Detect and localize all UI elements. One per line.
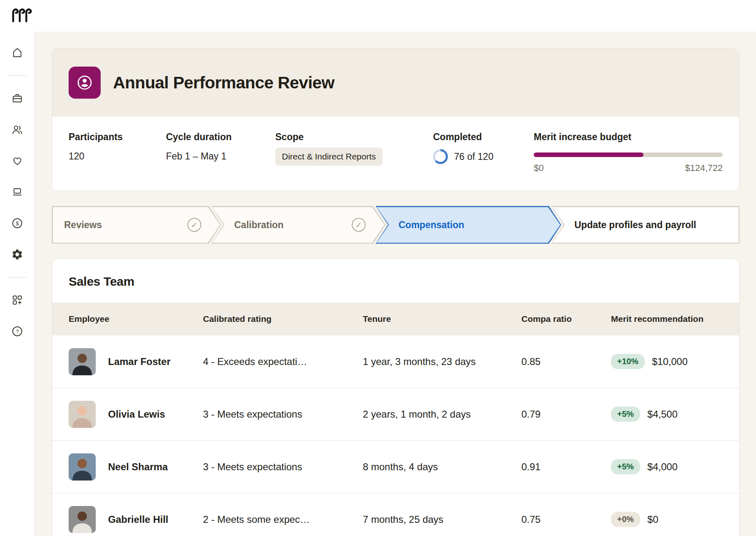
- completed-value: 76 of 120: [454, 151, 493, 162]
- merit-amount: $4,500: [648, 409, 678, 420]
- stat-value: Feb 1 – May 1: [166, 151, 275, 162]
- stat-label: Completed: [433, 132, 534, 143]
- step-calibration[interactable]: Calibration ✓: [211, 206, 385, 244]
- check-icon: ✓: [352, 218, 366, 232]
- performance-review-icon: [69, 67, 101, 99]
- employee-name: Olivia Lewis: [108, 409, 165, 420]
- main-content: Annual Performance Review Participants 1…: [35, 32, 756, 536]
- merit-percent-badge: +10%: [611, 354, 645, 369]
- table-row[interactable]: Lamar Foster 4 - Exceeds expectati… 1 ye…: [52, 335, 739, 388]
- stat-label: Scope: [275, 132, 433, 143]
- tenure: 1 year, 3 months, 23 days: [363, 356, 521, 367]
- stat-completed: Completed 76 of 120: [433, 132, 534, 173]
- column-tenure: Tenure: [363, 314, 521, 324]
- cycle-stepper: Reviews ✓ Calibration ✓ Compensation Upd…: [52, 206, 740, 244]
- calibrated-rating: 2 - Meets some expec…: [203, 514, 363, 525]
- stat-participants: Participants 120: [69, 132, 166, 173]
- merit-amount: $0: [648, 514, 659, 525]
- employee-name: Gabrielle Hill: [108, 514, 168, 525]
- stat-label: Participants: [69, 132, 166, 143]
- laptop-icon[interactable]: [8, 183, 27, 201]
- step-label: Reviews: [64, 219, 102, 231]
- stat-value: 120: [69, 151, 166, 162]
- avatar: [69, 453, 96, 481]
- scope-chip[interactable]: Direct & Indirect Reports: [275, 148, 383, 166]
- review-stats: Participants 120 Cycle duration Feb 1 – …: [52, 117, 739, 191]
- dollar-icon[interactable]: $: [8, 214, 27, 233]
- sidebar-divider: [8, 277, 26, 277]
- merit-amount: $10,000: [652, 356, 688, 367]
- svg-text:$: $: [16, 220, 19, 226]
- compa-ratio: 0.79: [521, 409, 611, 420]
- page-title: Annual Performance Review: [113, 73, 334, 92]
- column-compa-ratio: Compa ratio: [521, 314, 611, 324]
- review-header-card: Annual Performance Review Participants 1…: [52, 48, 740, 191]
- home-icon[interactable]: [8, 43, 27, 62]
- stat-merit-budget: Merit increase budget $0 $124,722: [534, 132, 723, 173]
- sales-team-card: Sales Team Employee Calibrated rating Te…: [52, 259, 740, 536]
- calibrated-rating: 4 - Exceeds expectati…: [203, 356, 363, 367]
- budget-max: $124,722: [685, 163, 723, 173]
- merit-amount: $4,000: [648, 461, 678, 473]
- avatar: [69, 401, 96, 428]
- step-reviews[interactable]: Reviews ✓: [52, 206, 221, 244]
- review-header: Annual Performance Review: [52, 49, 739, 117]
- stat-scope: Scope Direct & Indirect Reports: [275, 132, 433, 173]
- table-row[interactable]: Gabrielle Hill 2 - Meets some expec… 7 m…: [52, 493, 739, 536]
- column-merit-recommendation: Merit recommendation: [611, 314, 723, 324]
- avatar: [69, 348, 96, 375]
- compa-ratio: 0.75: [521, 514, 611, 525]
- step-label: Compensation: [399, 219, 464, 231]
- apps-plus-icon[interactable]: [8, 291, 27, 310]
- calibrated-rating: 3 - Meets expectations: [203, 461, 363, 473]
- employee-name: Lamar Foster: [108, 356, 171, 367]
- table-header: Employee Calibrated rating Tenure Compa …: [52, 303, 739, 335]
- merit-percent-badge: +5%: [611, 459, 640, 474]
- stat-label: Merit increase budget: [534, 132, 723, 143]
- compa-ratio: 0.85: [521, 356, 611, 367]
- table-row[interactable]: Neel Sharma 3 - Meets expectations 8 mon…: [52, 441, 739, 493]
- sidebar-divider: [8, 75, 26, 76]
- sidebar: $ ?: [0, 32, 35, 536]
- calibrated-rating: 3 - Meets expectations: [203, 409, 363, 420]
- step-update-profiles-payroll[interactable]: Update profiles and payroll: [551, 206, 740, 244]
- step-compensation[interactable]: Compensation: [376, 206, 561, 244]
- tenure: 8 months, 4 days: [363, 461, 521, 473]
- gear-icon[interactable]: [8, 245, 27, 264]
- employee-name: Neel Sharma: [108, 461, 168, 473]
- column-employee: Employee: [69, 314, 203, 324]
- top-bar: [0, 0, 756, 32]
- team-title: Sales Team: [52, 259, 739, 303]
- budget-progress-bar: [534, 152, 723, 157]
- help-icon[interactable]: ?: [8, 322, 27, 341]
- step-label: Calibration: [234, 219, 284, 231]
- merit-percent-badge: +5%: [611, 407, 640, 422]
- tenure: 2 years, 1 month, 2 days: [363, 409, 521, 420]
- avatar: [69, 506, 96, 533]
- merit-percent-badge: +0%: [611, 512, 640, 527]
- svg-text:?: ?: [16, 328, 18, 335]
- stat-cycle-duration: Cycle duration Feb 1 – May 1: [166, 132, 275, 173]
- people-icon[interactable]: [8, 120, 27, 139]
- completed-donut: [433, 149, 448, 164]
- briefcase-icon[interactable]: [8, 89, 27, 108]
- tenure: 7 months, 25 days: [363, 514, 521, 525]
- step-label: Update profiles and payroll: [574, 219, 696, 231]
- rippling-logo[interactable]: [12, 7, 33, 25]
- compa-ratio: 0.91: [521, 461, 611, 473]
- budget-progress-fill: [534, 152, 643, 157]
- column-calibrated-rating: Calibrated rating: [203, 314, 363, 324]
- stat-label: Cycle duration: [166, 132, 275, 143]
- budget-min: $0: [534, 163, 544, 173]
- check-icon: ✓: [187, 218, 201, 232]
- table-row[interactable]: Olivia Lewis 3 - Meets expectations 2 ye…: [52, 388, 739, 441]
- heart-icon[interactable]: [8, 151, 27, 170]
